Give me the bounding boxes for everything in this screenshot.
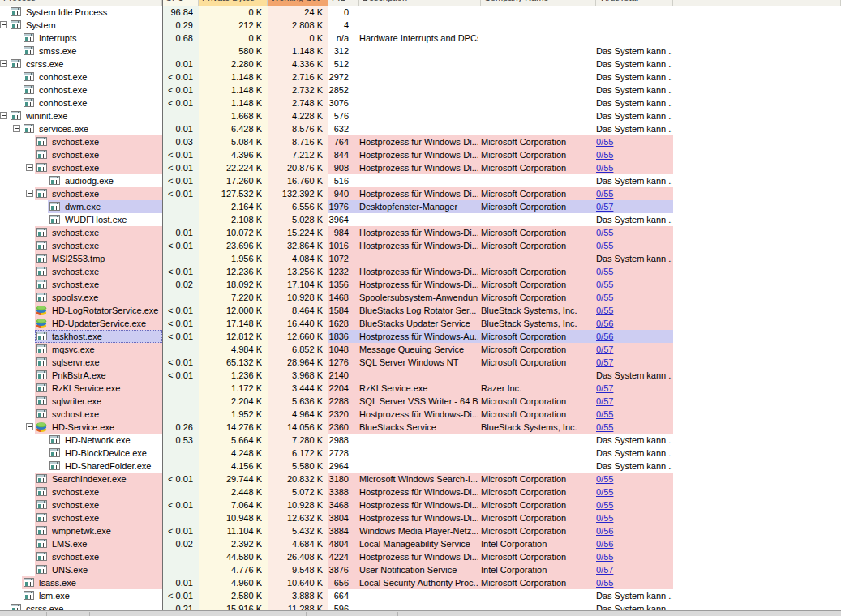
icon-part [38,478,41,482]
process-row[interactable]: conhost.exe< 0.011.148 K2.716 K2972Das S… [0,71,841,83]
virustotal-link[interactable]: 0/55 [596,226,673,239]
virustotal-link[interactable]: 0/55 [596,498,673,511]
application-window-icon [24,85,34,94]
tree-collapse-icon[interactable] [26,423,33,430]
virustotal-link[interactable]: 0/55 [596,421,673,434]
process-row[interactable]: spoolsv.exe7.220 K10.928 K1468Spoolersub… [0,291,841,304]
column-header-spacer[interactable] [673,0,841,6]
virustotal-link[interactable]: 0/55 [596,239,673,252]
column-header-virustotal[interactable]: VirusTotal [596,0,673,6]
process-row[interactable]: svchost.exe10.948 K12.632 K3804Hostproze… [0,511,841,524]
virustotal-link[interactable]: 0/55 [596,511,673,524]
process-row[interactable]: svchost.exe2.448 K5.072 K3388Hostprozess… [0,486,841,498]
column-header-company[interactable]: Company Name [481,0,596,6]
process-row[interactable]: svchost.exe< 0.017.064 K10.928 K3468Host… [0,498,841,511]
horizontal-scrollbar[interactable] [0,610,841,616]
tree-collapse-icon[interactable] [0,21,7,28]
process-row[interactable]: LMS.exe0.022.392 K4.684 K4804Local Manag… [0,537,841,550]
process-row[interactable]: svchost.exe0.035.084 K8.716 K764Hostproz… [0,135,841,148]
virustotal-link[interactable]: 0/55 [596,135,673,148]
process-row[interactable]: dwm.exe2.164 K6.556 K1976Desktopfenster-… [0,200,841,213]
virustotal-link[interactable]: 0/55 [596,304,673,317]
column-header-desc[interactable]: Description [359,0,481,6]
virustotal-link[interactable]: 0/57 [596,395,673,408]
process-row[interactable]: lsm.exe< 0.012.580 K3.888 K664Das System… [0,589,841,602]
column-header-process[interactable]: Process [0,0,162,6]
process-row[interactable]: lsass.exe0.014.960 K10.640 K656Local Sec… [0,576,841,589]
virustotal-link[interactable]: 0/55 [596,408,673,421]
virustotal-link[interactable]: 0/55 [596,291,673,304]
virustotal-link[interactable]: 0/55 [596,265,673,278]
process-row[interactable]: svchost.exe1.952 K4.964 K2320Hostprozess… [0,408,841,421]
process-row[interactable]: svchost.exe44.580 K26.408 K4224Hostproze… [0,550,841,563]
process-row[interactable]: UNS.exe4.776 K9.548 K3876User Notificati… [0,563,841,576]
process-row[interactable]: HD-Network.exe0.535.664 K7.280 K2988Das … [0,434,841,447]
process-row[interactable]: HD-LogRotatorService.exe< 0.0112.000 K8.… [0,304,841,317]
tree-collapse-icon[interactable] [0,60,7,67]
process-row[interactable]: WUDFHost.exe2.108 K5.028 K3964Das System… [0,213,841,226]
virustotal-link[interactable]: 0/57 [596,343,673,356]
tree-collapse-icon[interactable] [0,112,7,119]
process-row[interactable]: svchost.exe0.0218.092 K17.104 K1356Hostp… [0,278,841,291]
column-header-ws[interactable]: Working Set [268,0,328,6]
tree-collapse-icon[interactable] [13,125,20,132]
process-row[interactable]: audiodg.exe< 0.0117.260 K16.760 K516Das … [0,174,841,187]
virustotal-link[interactable]: 0/56 [596,330,673,343]
process-row[interactable]: RzKLService.exe1.172 K3.444 K2204RzKLSer… [0,382,841,395]
virustotal-link[interactable]: 0/55 [596,550,673,563]
process-row[interactable]: System0.29212 K2.808 K4 [0,19,841,32]
virustotal-link[interactable]: 0/56 [596,537,673,550]
process-row[interactable]: svchost.exe< 0.0122.224 K20.876 K908Host… [0,161,841,174]
tree-collapse-icon[interactable] [26,190,33,197]
process-row[interactable]: SearchIndexer.exe< 0.0129.744 K20.832 K3… [0,473,841,486]
tree-collapse-icon[interactable] [26,164,33,171]
process-row[interactable]: svchost.exe0.0110.072 K15.224 K984Hostpr… [0,226,841,239]
working-set-value: 2.732 K [268,83,323,96]
process-row[interactable]: svchost.exe< 0.0123.696 K32.864 K1016Hos… [0,239,841,252]
process-row[interactable]: HD-SharedFolder.exe4.156 K5.580 K2964Das… [0,460,841,473]
process-row[interactable]: svchost.exe< 0.0112.236 K13.256 K1232Hos… [0,265,841,278]
process-row[interactable]: taskhost.exe< 0.0112.812 K12.660 K1836Ho… [0,330,841,343]
process-row[interactable]: csrss.exe0.012.280 K4.336 K512Das System… [0,58,841,71]
application-window-icon [36,513,47,522]
process-row[interactable]: services.exe0.016.428 K8.576 K632Das Sys… [0,122,841,135]
pid-value: 664 [328,589,349,602]
process-row[interactable]: svchost.exe< 0.01127.532 K132.392 K940Ho… [0,187,841,200]
virustotal-link[interactable]: 0/55 [596,473,673,486]
process-row[interactable]: System Idle Process96.840 K24 K0 [0,6,841,19]
virustotal-link[interactable]: 0/57 [596,563,673,576]
virustotal-link[interactable]: 0/56 [596,524,673,537]
virustotal-link[interactable]: 0/56 [596,317,673,330]
process-row[interactable]: sqlwriter.exe2.204 K5.636 K2288SQL Serve… [0,395,841,408]
virustotal-link[interactable]: 0/55 [596,148,673,161]
working-set-value: 4.228 K [268,109,323,122]
column-header-pid[interactable]: PID [328,0,359,6]
process-row[interactable]: smss.exe580 K1.148 K312Das System kann .… [0,45,841,58]
process-row[interactable]: HD-Service.exe0.2614.276 K14.056 K2360Bl… [0,421,841,434]
process-row[interactable]: mqsvc.exe4.984 K6.852 K1048Message Queui… [0,343,841,356]
process-row[interactable]: Interrupts0.680 K0 Kn/aHardware Interrup… [0,32,841,45]
process-row[interactable]: svchost.exe< 0.014.396 K7.212 K844Hostpr… [0,148,841,161]
virustotal-link[interactable]: 0/55 [596,278,673,291]
virustotal-link[interactable]: 0/57 [596,200,673,213]
process-row[interactable]: wininit.exe1.668 K4.228 K576Das System k… [0,109,841,122]
column-divider[interactable] [162,0,163,610]
column-header-cpu[interactable]: CPU [162,0,199,6]
process-row[interactable]: sqlservr.exe< 0.0165.132 K28.964 K1276SQ… [0,356,841,369]
process-row[interactable]: HD-UpdaterService.exe< 0.0117.148 K16.44… [0,317,841,330]
virustotal-link[interactable]: 0/55 [596,187,673,200]
column-header-priv[interactable]: Private Bytes [199,0,268,6]
virustotal-link[interactable]: 0/57 [596,382,673,395]
virustotal-link[interactable]: 0/55 [596,161,673,174]
virustotal-link[interactable]: 0/55 [596,486,673,498]
cpu-value: < 0.01 [162,304,193,317]
process-row[interactable]: MSI2553.tmp1.956 K4.084 K1072Das System … [0,252,841,265]
virustotal-link[interactable]: 0/57 [596,356,673,369]
process-row[interactable]: conhost.exe< 0.011.148 K2.732 K2852Das S… [0,83,841,96]
application-window-icon [36,552,47,561]
process-row[interactable]: wmpnetwk.exe< 0.0111.104 K5.432 K3884Win… [0,524,841,537]
process-row[interactable]: HD-BlockDevice.exe4.248 K6.172 K2728Das … [0,447,841,460]
process-row[interactable]: PnkBstrA.exe< 0.011.236 K3.968 K2140Das … [0,369,841,382]
virustotal-link[interactable]: 0/55 [596,576,673,589]
process-row[interactable]: conhost.exe< 0.011.148 K2.748 K3076Das S… [0,96,841,109]
